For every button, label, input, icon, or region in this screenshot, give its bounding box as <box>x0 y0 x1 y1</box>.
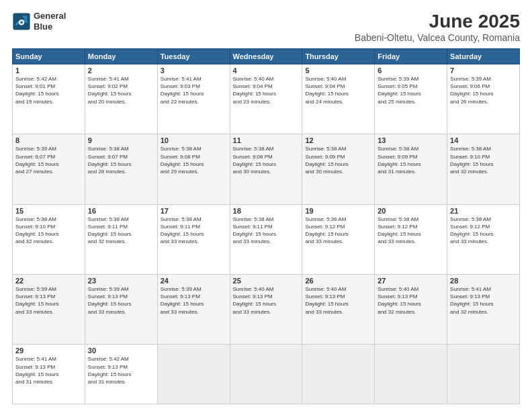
col-header-tuesday: Tuesday <box>157 49 230 64</box>
calendar-day-27: 27Sunrise: 5:40 AMSunset: 9:13 PMDayligh… <box>375 274 447 344</box>
calendar-empty <box>447 345 520 404</box>
calendar-day-2: 2Sunrise: 5:41 AMSunset: 9:02 PMDaylight… <box>85 64 157 134</box>
calendar-day-10: 10Sunrise: 5:38 AMSunset: 9:08 PMDayligh… <box>157 134 230 204</box>
calendar-day-9: 9Sunrise: 5:38 AMSunset: 9:07 PMDaylight… <box>85 134 157 204</box>
calendar-day-6: 6Sunrise: 5:39 AMSunset: 9:05 PMDaylight… <box>375 64 447 134</box>
calendar-day-14: 14Sunrise: 5:38 AMSunset: 9:10 PMDayligh… <box>447 134 520 204</box>
calendar-day-24: 24Sunrise: 5:39 AMSunset: 9:13 PMDayligh… <box>157 274 230 344</box>
main-title: June 2025 <box>355 11 520 32</box>
calendar-week-1: 1Sunrise: 5:42 AMSunset: 9:01 PMDaylight… <box>13 64 520 134</box>
calendar-day-25: 25Sunrise: 5:40 AMSunset: 9:13 PMDayligh… <box>230 274 302 344</box>
title-block: June 2025 Babeni-Oltetu, Valcea County, … <box>355 11 520 43</box>
calendar-day-1: 1Sunrise: 5:42 AMSunset: 9:01 PMDaylight… <box>13 64 85 134</box>
calendar-week-3: 15Sunrise: 5:38 AMSunset: 9:10 PMDayligh… <box>13 204 520 274</box>
calendar-day-22: 22Sunrise: 5:39 AMSunset: 9:13 PMDayligh… <box>13 274 85 344</box>
calendar-day-21: 21Sunrise: 5:38 AMSunset: 9:12 PMDayligh… <box>447 204 520 274</box>
col-header-monday: Monday <box>85 49 157 64</box>
calendar-day-8: 8Sunrise: 5:39 AMSunset: 9:07 PMDaylight… <box>13 134 85 204</box>
calendar-day-7: 7Sunrise: 5:39 AMSunset: 9:06 PMDaylight… <box>447 64 520 134</box>
calendar-day-16: 16Sunrise: 5:38 AMSunset: 9:11 PMDayligh… <box>85 204 157 274</box>
calendar-day-12: 12Sunrise: 5:38 AMSunset: 9:09 PMDayligh… <box>302 134 375 204</box>
calendar-empty <box>302 345 375 404</box>
calendar-table: SundayMondayTuesdayWednesdayThursdayFrid… <box>12 48 520 404</box>
logo-icon <box>12 12 31 31</box>
col-header-friday: Friday <box>375 49 447 64</box>
calendar-day-11: 11Sunrise: 5:38 AMSunset: 9:08 PMDayligh… <box>230 134 302 204</box>
calendar-day-17: 17Sunrise: 5:38 AMSunset: 9:11 PMDayligh… <box>157 204 230 274</box>
calendar-day-18: 18Sunrise: 5:38 AMSunset: 9:11 PMDayligh… <box>230 204 302 274</box>
calendar-header-row: SundayMondayTuesdayWednesdayThursdayFrid… <box>13 49 520 64</box>
calendar-day-19: 19Sunrise: 5:38 AMSunset: 9:12 PMDayligh… <box>302 204 375 274</box>
calendar-day-3: 3Sunrise: 5:41 AMSunset: 9:03 PMDaylight… <box>157 64 230 134</box>
col-header-sunday: Sunday <box>13 49 85 64</box>
calendar-day-20: 20Sunrise: 5:38 AMSunset: 9:12 PMDayligh… <box>375 204 447 274</box>
header: General Blue June 2025 Babeni-Oltetu, Va… <box>12 11 520 43</box>
calendar-day-30: 30Sunrise: 5:42 AMSunset: 9:13 PMDayligh… <box>85 345 157 404</box>
calendar-day-13: 13Sunrise: 5:38 AMSunset: 9:09 PMDayligh… <box>375 134 447 204</box>
calendar-day-15: 15Sunrise: 5:38 AMSunset: 9:10 PMDayligh… <box>13 204 85 274</box>
calendar-empty <box>375 345 447 404</box>
calendar-day-5: 5Sunrise: 5:40 AMSunset: 9:04 PMDaylight… <box>302 64 375 134</box>
calendar-day-28: 28Sunrise: 5:41 AMSunset: 9:13 PMDayligh… <box>447 274 520 344</box>
page: General Blue June 2025 Babeni-Oltetu, Va… <box>0 0 532 411</box>
calendar-week-2: 8Sunrise: 5:39 AMSunset: 9:07 PMDaylight… <box>13 134 520 204</box>
calendar-week-5: 29Sunrise: 5:41 AMSunset: 9:13 PMDayligh… <box>13 345 520 404</box>
col-header-wednesday: Wednesday <box>230 49 302 64</box>
subtitle: Babeni-Oltetu, Valcea County, Romania <box>355 32 520 43</box>
logo-text: General Blue <box>34 11 66 32</box>
calendar-week-4: 22Sunrise: 5:39 AMSunset: 9:13 PMDayligh… <box>13 274 520 344</box>
calendar-empty <box>157 345 230 404</box>
calendar-empty <box>230 345 302 404</box>
col-header-thursday: Thursday <box>302 49 375 64</box>
calendar-day-23: 23Sunrise: 5:39 AMSunset: 9:13 PMDayligh… <box>85 274 157 344</box>
calendar-day-29: 29Sunrise: 5:41 AMSunset: 9:13 PMDayligh… <box>13 345 85 404</box>
calendar-day-4: 4Sunrise: 5:40 AMSunset: 9:04 PMDaylight… <box>230 64 302 134</box>
calendar-day-26: 26Sunrise: 5:40 AMSunset: 9:13 PMDayligh… <box>302 274 375 344</box>
logo: General Blue <box>12 11 66 32</box>
col-header-saturday: Saturday <box>447 49 520 64</box>
svg-point-2 <box>20 21 23 24</box>
